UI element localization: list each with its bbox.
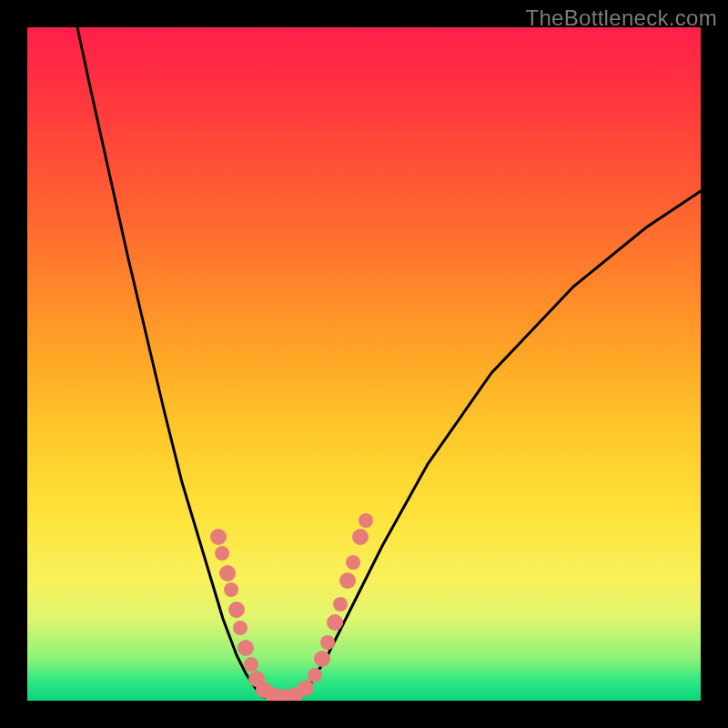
data-point bbox=[219, 565, 236, 581]
data-point bbox=[346, 555, 360, 570]
data-point bbox=[339, 572, 356, 589]
data-point bbox=[244, 657, 258, 672]
data-point bbox=[352, 529, 369, 545]
data-point bbox=[215, 546, 229, 561]
data-point bbox=[333, 597, 348, 612]
data-point bbox=[359, 513, 373, 528]
data-point bbox=[210, 529, 227, 545]
data-point bbox=[320, 635, 335, 650]
marker-points bbox=[210, 513, 373, 701]
data-point bbox=[238, 640, 254, 656]
data-point bbox=[224, 582, 238, 597]
data-point bbox=[327, 614, 343, 631]
bottleneck-curve bbox=[77, 27, 701, 699]
chart-frame: TheBottleneck.com bbox=[0, 0, 728, 728]
curve-svg bbox=[27, 27, 701, 701]
data-point bbox=[233, 621, 248, 635]
data-point bbox=[298, 680, 314, 696]
watermark-text: TheBottleneck.com bbox=[525, 5, 717, 31]
data-point bbox=[308, 668, 322, 682]
curve-group bbox=[77, 27, 701, 699]
plot-area bbox=[27, 27, 701, 701]
data-point bbox=[228, 602, 245, 618]
data-point bbox=[314, 651, 330, 667]
